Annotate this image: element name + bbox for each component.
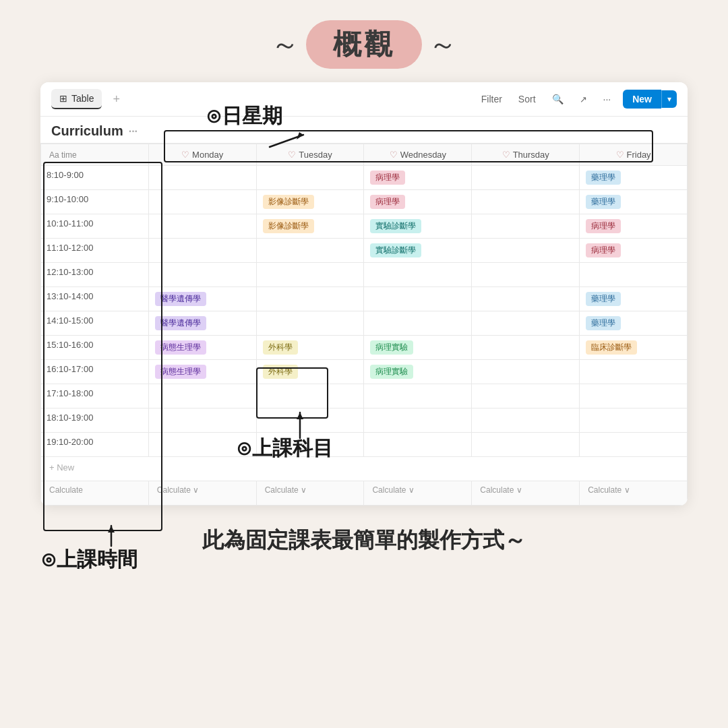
tuesday-cell-9[interactable]: [256, 384, 364, 408]
wednesday-cell-5[interactable]: [364, 287, 472, 311]
title-area: ～ 概觀 ～: [264, 20, 464, 69]
friday-cell-7[interactable]: 臨床診斷學: [580, 336, 688, 360]
database-dots[interactable]: ···: [129, 125, 138, 138]
filter-button[interactable]: Filter: [477, 91, 506, 107]
add-new-cell[interactable]: + New: [41, 457, 688, 481]
time-cell-5[interactable]: 13:10-14:00: [41, 287, 149, 311]
time-cell-3[interactable]: 11:10-12:00: [41, 239, 149, 263]
wednesday-cell-11[interactable]: [364, 433, 472, 457]
friday-cell-8[interactable]: [580, 360, 688, 384]
calculate-friday[interactable]: Calculate ∨: [580, 481, 688, 506]
calculate-wednesday[interactable]: Calculate ∨: [364, 481, 472, 506]
tuesday-cell-0[interactable]: [256, 166, 364, 190]
monday-cell-0[interactable]: [148, 166, 256, 190]
monday-cell-6[interactable]: 醫學遺傳學: [148, 311, 256, 336]
thursday-cell-8[interactable]: [472, 360, 580, 384]
friday-cell-1[interactable]: 藥理學: [580, 190, 688, 214]
subject-tag: 臨床診斷學: [586, 340, 637, 355]
friday-cell-0[interactable]: 藥理學: [580, 166, 688, 190]
tuesday-cell-11[interactable]: [256, 433, 364, 457]
thursday-cell-0[interactable]: [472, 166, 580, 190]
tuesday-cell-3[interactable]: [256, 239, 364, 263]
time-cell-1[interactable]: 9:10-10:00: [41, 190, 149, 214]
tuesday-cell-8[interactable]: 外科學: [256, 360, 364, 384]
thursday-cell-6[interactable]: [472, 311, 580, 336]
tuesday-cell-7[interactable]: 外科學: [256, 336, 364, 360]
monday-cell-1[interactable]: [148, 190, 256, 214]
share-button[interactable]: ↗: [576, 91, 591, 107]
wednesday-cell-1[interactable]: 病理學: [364, 190, 472, 214]
wednesday-cell-3[interactable]: 實驗診斷學: [364, 239, 472, 263]
friday-cell-5[interactable]: 藥理學: [580, 287, 688, 311]
time-cell-8[interactable]: 16:10-17:00: [41, 360, 149, 384]
wednesday-cell-7[interactable]: 病理實驗: [364, 336, 472, 360]
thursday-cell-5[interactable]: [472, 287, 580, 311]
subject-tag: 病理學: [370, 195, 405, 209]
table-row: 11:10-12:00實驗診斷學病理學: [41, 239, 688, 263]
calculate-monday[interactable]: Calculate ∨: [148, 481, 256, 506]
friday-cell-3[interactable]: 病理學: [580, 239, 688, 263]
wednesday-cell-4[interactable]: [364, 263, 472, 287]
wednesday-cell-9[interactable]: [364, 384, 472, 408]
time-cell-7[interactable]: 15:10-16:00: [41, 336, 149, 360]
tuesday-cell-1[interactable]: 影像診斷學: [256, 190, 364, 214]
more-button[interactable]: ···: [599, 91, 615, 107]
friday-cell-10[interactable]: [580, 408, 688, 433]
new-button[interactable]: New: [623, 90, 661, 109]
tuesday-cell-2[interactable]: 影像診斷學: [256, 214, 364, 239]
time-cell-11[interactable]: 19:10-20:00: [41, 433, 149, 457]
time-cell-10[interactable]: 18:10-19:00: [41, 408, 149, 433]
wednesday-cell-6[interactable]: [364, 311, 472, 336]
table-row: 12:10-13:00: [41, 263, 688, 287]
wednesday-cell-2[interactable]: 實驗診斷學: [364, 214, 472, 239]
table-tab[interactable]: ⊞ Table: [51, 89, 102, 109]
new-button-dropdown[interactable]: ▾: [661, 90, 677, 108]
calculate-time[interactable]: Calculate: [41, 481, 149, 506]
thursday-cell-10[interactable]: [472, 408, 580, 433]
subject-tag: 醫學遺傳學: [155, 292, 206, 306]
tuesday-cell-4[interactable]: [256, 263, 364, 287]
monday-cell-5[interactable]: 醫學遺傳學: [148, 287, 256, 311]
thursday-cell-9[interactable]: [472, 384, 580, 408]
friday-cell-2[interactable]: 病理學: [580, 214, 688, 239]
monday-cell-7[interactable]: 病態生理學: [148, 336, 256, 360]
calculate-thursday[interactable]: Calculate ∨: [472, 481, 580, 506]
monday-cell-11[interactable]: [148, 433, 256, 457]
tuesday-cell-10[interactable]: [256, 408, 364, 433]
thursday-cell-7[interactable]: [472, 336, 580, 360]
tuesday-cell-6[interactable]: [256, 311, 364, 336]
add-view-button[interactable]: +: [107, 90, 125, 109]
thursday-cell-11[interactable]: [472, 433, 580, 457]
thursday-cell-2[interactable]: [472, 214, 580, 239]
time-cell-4[interactable]: 12:10-13:00: [41, 263, 149, 287]
table-row: 10:10-11:00影像診斷學實驗診斷學病理學: [41, 214, 688, 239]
monday-cell-4[interactable]: [148, 263, 256, 287]
search-button[interactable]: 🔍: [548, 91, 568, 107]
friday-cell-9[interactable]: [580, 384, 688, 408]
time-cell-9[interactable]: 17:10-18:00: [41, 384, 149, 408]
time-cell-0[interactable]: 8:10-9:00: [41, 166, 149, 190]
add-new-row[interactable]: + New: [41, 457, 688, 481]
wednesday-cell-8[interactable]: 病理實驗: [364, 360, 472, 384]
time-cell-6[interactable]: 14:10-15:00: [41, 311, 149, 336]
monday-cell-2[interactable]: [148, 214, 256, 239]
table-header-row: Aa time ♡Monday ♡Tuesday ♡Wednesday ♡Thu…: [41, 144, 688, 166]
thursday-cell-4[interactable]: [472, 263, 580, 287]
monday-cell-3[interactable]: [148, 239, 256, 263]
wednesday-cell-0[interactable]: 病理學: [364, 166, 472, 190]
monday-cell-8[interactable]: 病態生理學: [148, 360, 256, 384]
time-cell-2[interactable]: 10:10-11:00: [41, 214, 149, 239]
monday-cell-9[interactable]: [148, 384, 256, 408]
share-icon: ↗: [580, 94, 587, 104]
thursday-cell-3[interactable]: [472, 239, 580, 263]
sort-button[interactable]: Sort: [514, 91, 540, 107]
wednesday-cell-10[interactable]: [364, 408, 472, 433]
friday-cell-11[interactable]: [580, 433, 688, 457]
thursday-cell-1[interactable]: [472, 190, 580, 214]
tuesday-cell-5[interactable]: [256, 287, 364, 311]
friday-cell-4[interactable]: [580, 263, 688, 287]
calculate-tuesday[interactable]: Calculate ∨: [256, 481, 364, 506]
search-icon: 🔍: [552, 94, 564, 104]
monday-cell-10[interactable]: [148, 408, 256, 433]
friday-cell-6[interactable]: 藥理學: [580, 311, 688, 336]
